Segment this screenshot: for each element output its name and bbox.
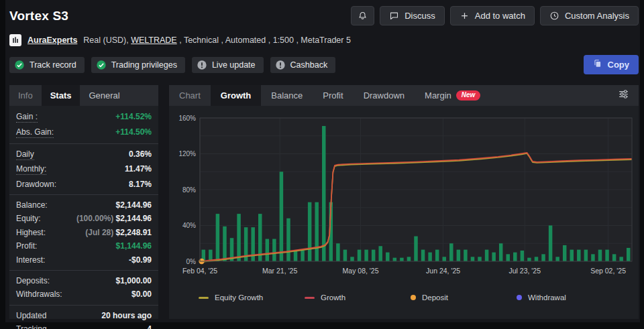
divider [9, 270, 158, 271]
tab-profit[interactable]: Profit [313, 85, 353, 106]
stat-value-main: $1,144.96 [116, 241, 152, 251]
discuss-button[interactable]: Discuss [380, 6, 445, 25]
divider [9, 194, 158, 195]
account-meta: Real (USD), WELTRADE , Technical , Autom… [83, 36, 351, 45]
copy-icon [593, 59, 602, 70]
stat-label: Interest: [16, 255, 45, 265]
legend-deposit[interactable]: Deposit [411, 293, 517, 302]
stat-row-equity: Equity:(100.00%) $2,144.96 [16, 212, 152, 225]
legend-label: Growth [321, 293, 345, 302]
divider [9, 305, 158, 306]
custom-analysis-button[interactable]: Custom Analysis [540, 6, 639, 25]
account-meta-after: , Technical , Automated , 1:500 , MetaTr… [177, 36, 351, 45]
stat-label: Balance: [16, 200, 48, 210]
stat-row-gain: Gain :+114.52% [16, 110, 152, 125]
chip-label: Track record [30, 60, 76, 70]
stat-value: +114.50% [115, 127, 152, 137]
custom-analysis-label: Custom Analysis [565, 11, 629, 20]
chart-settings-button[interactable] [608, 85, 639, 106]
stat-value: 4 [147, 324, 152, 329]
tab-label: Balance [271, 90, 303, 101]
sidebar-tab-general[interactable]: General [80, 85, 128, 106]
clock-icon [549, 11, 559, 21]
provider-link[interactable]: AuraExperts [28, 36, 77, 45]
sidebar-tab-stats[interactable]: Stats [42, 85, 80, 106]
chat-icon [389, 11, 399, 21]
tab-chart[interactable]: Chart [169, 85, 211, 106]
copy-button[interactable]: Copy [584, 55, 639, 74]
stat-value: (Jul 28) $2,248.91 [85, 228, 152, 237]
stat-label: Updated [16, 311, 46, 320]
growth-swatch [305, 297, 315, 299]
tab-growth[interactable]: Growth [211, 85, 262, 106]
stat-value-main: $2,248.91 [116, 228, 152, 237]
svg-text:40%: 40% [182, 222, 196, 229]
page: Vortex S3 DiscussAdd to watchCustom Anal… [5, 0, 640, 322]
stat-row-tracking: Tracking4 [16, 322, 152, 329]
stat-value-muted: (100.00%) [76, 214, 116, 223]
chart-legend: Equity GrowthGrowthDepositWithdrawal [199, 287, 639, 308]
sidebar-tab-info[interactable]: Info [9, 85, 42, 106]
chip-trading-privileges[interactable]: Trading privileges [91, 57, 185, 73]
copy-button-label: Copy [608, 60, 630, 70]
stat-label[interactable]: Monthly: [16, 164, 46, 175]
stat-row-withdrawals: Withdrawals:$0.00 [16, 287, 152, 301]
stat-value-main: $0.00 [131, 289, 152, 299]
legend-equity-growth[interactable]: Equity Growth [199, 293, 305, 302]
tab-drawdown[interactable]: Drawdown [354, 85, 415, 106]
tab-label: Chart [179, 90, 201, 101]
stat-row-profit: Profit:$1,144.96 [16, 239, 152, 253]
stat-label[interactable]: Daily [16, 149, 34, 160]
chip-live-update[interactable]: Live update [192, 57, 264, 73]
chip-cashback[interactable]: Cashback [270, 57, 336, 73]
sidebar-tabs: InfoStatsGeneral [9, 85, 158, 106]
svg-text:0%: 0% [186, 258, 197, 265]
stat-label[interactable]: Abs. Gain: [16, 127, 54, 138]
stat-row-abs-gain: Abs. Gain:+114.50% [16, 125, 152, 139]
chip-label: Live update [212, 60, 256, 70]
add-to-watch-label: Add to watch [475, 11, 525, 20]
stat-label: Deposits: [16, 276, 50, 285]
check-circle-icon [14, 60, 25, 70]
stat-label: Tracking [16, 324, 47, 329]
stat-row-balance: Balance:$2,144.96 [16, 198, 152, 212]
growth-chart[interactable]: 0%40%80%120%160%Feb 04, '25Mar 21, '25Ma… [169, 106, 639, 287]
stat-row-updated: Updated20 hours ago [16, 309, 152, 322]
chart-panel: ChartGrowthBalanceProfitDrawdownMarginNe… [169, 85, 639, 319]
tab-balance[interactable]: Balance [261, 85, 313, 106]
stat-value: -$0.99 [129, 255, 152, 265]
svg-text:80%: 80% [182, 186, 196, 194]
equity-growth-swatch [199, 297, 209, 299]
stat-value-main: $1,000.00 [116, 276, 152, 285]
deposit-swatch [411, 295, 416, 300]
stat-value-main: 11.47% [125, 164, 152, 174]
legend-growth[interactable]: Growth [305, 293, 411, 302]
add-to-watch-button[interactable]: Add to watch [450, 6, 535, 25]
stat-label: Equity: [16, 214, 41, 223]
stat-row-monthly: Monthly:11.47% [16, 162, 152, 177]
stat-label: Withdrawals: [16, 289, 62, 299]
notifications-button[interactable] [351, 6, 374, 25]
new-badge: New [456, 90, 481, 101]
legend-withdrawal[interactable]: Withdrawal [517, 293, 623, 302]
stat-label[interactable]: Gain : [16, 112, 38, 123]
account-meta-before: Real (USD), [83, 36, 131, 45]
chip-label: Cashback [290, 60, 328, 70]
svg-text:120%: 120% [178, 150, 196, 157]
stat-value: $1,000.00 [116, 276, 152, 285]
stat-row-interest: Interest:-$0.99 [16, 253, 152, 266]
svg-text:Jun 24, '25: Jun 24, '25 [426, 267, 460, 275]
broker-link[interactable]: WELTRADE [131, 36, 177, 45]
legend-label: Equity Growth [215, 293, 263, 302]
stat-label: Drawdown: [16, 180, 56, 189]
divider [9, 143, 158, 144]
withdrawal-swatch [517, 295, 522, 300]
check-circle-icon [96, 60, 107, 70]
tab-margin[interactable]: MarginNew [415, 85, 490, 106]
chip-track-record[interactable]: Track record [9, 57, 85, 73]
chip-label: Trading privileges [111, 60, 177, 70]
sliders-icon [617, 88, 630, 103]
stat-value-main: 0.36% [129, 149, 152, 159]
stat-value: 8.17% [129, 180, 152, 189]
stat-value-main: 20 hours ago [101, 311, 152, 320]
